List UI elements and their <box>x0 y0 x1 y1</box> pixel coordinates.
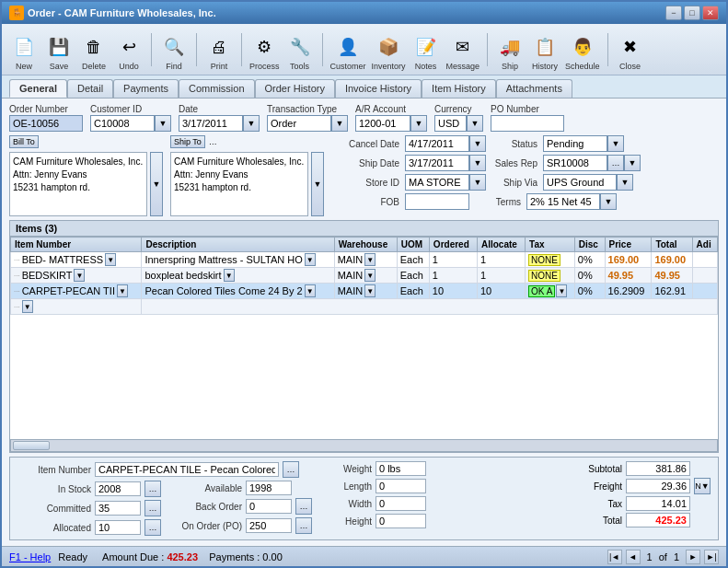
table-row[interactable]: ··· BEDSKIRT ▼ boxpleat bedskirt ▼ <box>11 268 718 284</box>
cancel-date-dropdown[interactable]: ▼ <box>469 135 486 152</box>
wh-dropdown-0[interactable]: ▼ <box>364 253 376 266</box>
width-input[interactable] <box>376 496 426 511</box>
tab-commission[interactable]: Commission <box>179 79 255 98</box>
tab-attachments[interactable]: Attachments <box>496 79 572 98</box>
item-number-dropdown-0[interactable]: ▼ <box>105 253 116 266</box>
desc-dropdown-0[interactable]: ▼ <box>305 253 316 266</box>
table-row-empty[interactable]: ··· ▼ <box>11 299 718 315</box>
store-id-dropdown[interactable]: ▼ <box>469 174 486 191</box>
in-stock-input[interactable] <box>95 481 141 496</box>
nav-prev[interactable]: ◄ <box>626 550 641 564</box>
sales-rep-input[interactable] <box>543 155 607 171</box>
desc-dropdown-2[interactable]: ▼ <box>305 284 316 297</box>
store-id-input[interactable] <box>405 174 469 191</box>
customer-id-input[interactable] <box>90 115 155 132</box>
status-input[interactable] <box>543 135 607 152</box>
nav-last[interactable]: ►| <box>704 550 719 564</box>
item-number-dropdown-1[interactable]: ▼ <box>74 269 85 282</box>
committed-btn[interactable]: … <box>144 500 161 516</box>
tab-item-history[interactable]: Item History <box>422 79 496 98</box>
on-order-input[interactable] <box>246 518 292 533</box>
date-dropdown[interactable]: ▼ <box>243 115 260 132</box>
currency-input[interactable] <box>434 115 467 132</box>
save-button[interactable]: 💾 Save <box>44 34 74 71</box>
terms-input[interactable] <box>526 193 600 210</box>
wh-dropdown-2[interactable]: ▼ <box>364 284 376 297</box>
ship-date-dropdown[interactable]: ▼ <box>469 155 486 171</box>
detail-item-number-btn[interactable]: … <box>283 461 299 478</box>
table-row[interactable]: ··· BED- MATTRESS ▼ Innerspring Mattress… <box>11 252 718 268</box>
ship-button[interactable]: 🚚 Ship <box>495 34 525 71</box>
ship-via-input[interactable] <box>543 174 617 191</box>
available-input[interactable] <box>246 481 292 495</box>
customer-id-dropdown[interactable]: ▼ <box>155 115 171 132</box>
tab-payments[interactable]: Payments <box>113 79 179 98</box>
undo-button[interactable]: ↩ Undo <box>114 34 144 71</box>
freight-dropdown[interactable]: N▼ <box>694 478 711 494</box>
detail-item-number-input[interactable] <box>95 462 279 477</box>
status-dropdown[interactable]: ▼ <box>607 135 624 152</box>
weight-input[interactable] <box>376 461 426 476</box>
length-input[interactable] <box>376 479 426 493</box>
ship-to-button[interactable]: Ship To <box>170 135 205 148</box>
in-stock-btn[interactable]: … <box>144 481 161 497</box>
close-button[interactable]: ✕ <box>702 6 719 20</box>
ship-date-input[interactable] <box>405 155 469 171</box>
message-button[interactable]: ✉ Message <box>446 34 480 71</box>
po-number-input[interactable] <box>491 115 564 132</box>
schedule-button[interactable]: 👨 Schedule <box>565 34 600 71</box>
ar-account-input[interactable] <box>355 115 410 132</box>
date-input[interactable] <box>179 115 243 132</box>
item-number-dropdown-2[interactable]: ▼ <box>117 284 128 297</box>
help-text[interactable]: F1 - Help <box>9 551 51 562</box>
wh-dropdown-1[interactable]: ▼ <box>364 269 376 282</box>
ship-via-dropdown[interactable]: ▼ <box>617 174 633 191</box>
scroll-thumb[interactable] <box>13 441 50 450</box>
back-order-input[interactable] <box>246 499 292 514</box>
ar-account-dropdown[interactable]: ▼ <box>410 115 427 132</box>
print-button[interactable]: 🖨 Print <box>204 34 234 71</box>
allocated-btn[interactable]: … <box>144 519 161 536</box>
cancel-date-input[interactable] <box>405 135 469 152</box>
new-button[interactable]: 📄 New <box>9 34 39 71</box>
tab-detail[interactable]: Detail <box>67 79 113 98</box>
order-number-input[interactable] <box>9 115 83 132</box>
ship-to-scroll[interactable]: ▼ <box>311 152 324 216</box>
nav-next[interactable]: ► <box>686 550 700 564</box>
sales-rep-btn2[interactable]: ▼ <box>624 155 641 171</box>
find-button[interactable]: 🔍 Find <box>159 34 189 71</box>
height-input[interactable] <box>376 514 426 528</box>
back-order-btn[interactable]: … <box>295 498 312 515</box>
transaction-type-dropdown[interactable]: ▼ <box>331 115 348 132</box>
terms-dropdown[interactable]: ▼ <box>600 193 617 210</box>
nav-first[interactable]: |◄ <box>607 550 622 564</box>
allocated-input[interactable] <box>95 520 141 535</box>
new-item-dropdown[interactable]: ▼ <box>22 300 33 313</box>
tax-dropdown-2[interactable]: ▼ <box>556 284 567 297</box>
minimize-button[interactable]: − <box>665 6 682 20</box>
on-order-btn[interactable]: … <box>295 517 312 534</box>
desc-dropdown-1[interactable]: ▼ <box>224 269 235 282</box>
history-button[interactable]: 📋 History <box>530 34 560 71</box>
committed-input[interactable] <box>95 501 141 516</box>
inventory-button[interactable]: 📦 Inventory <box>372 34 406 71</box>
table-row[interactable]: ··· CARPET-PECAN TII ▼ Pecan Colored Til… <box>11 284 718 299</box>
tools-button[interactable]: 🔧 Tools <box>285 34 315 71</box>
customer-button[interactable]: 👤 Customer <box>330 34 366 71</box>
freight-value[interactable] <box>626 479 690 493</box>
tab-general[interactable]: General <box>9 79 67 98</box>
close-toolbar-button[interactable]: ✖ Close <box>616 34 645 71</box>
notes-button[interactable]: 📝 Notes <box>411 34 441 71</box>
fob-input[interactable] <box>405 193 469 210</box>
bill-to-scroll[interactable]: ▼ <box>150 152 163 216</box>
currency-dropdown[interactable]: ▼ <box>467 115 483 132</box>
transaction-type-input[interactable] <box>267 115 331 132</box>
sales-rep-btn1[interactable]: … <box>607 155 624 171</box>
process-button[interactable]: ⚙ Process <box>249 34 280 71</box>
tab-invoice-history[interactable]: Invoice History <box>335 79 422 98</box>
horizontal-scrollbar[interactable] <box>10 439 718 452</box>
maximize-button[interactable]: □ <box>684 6 700 20</box>
delete-button[interactable]: 🗑 Delete <box>79 34 109 71</box>
tab-order-history[interactable]: Order History <box>255 79 335 98</box>
bill-to-button[interactable]: Bill To <box>9 135 39 148</box>
